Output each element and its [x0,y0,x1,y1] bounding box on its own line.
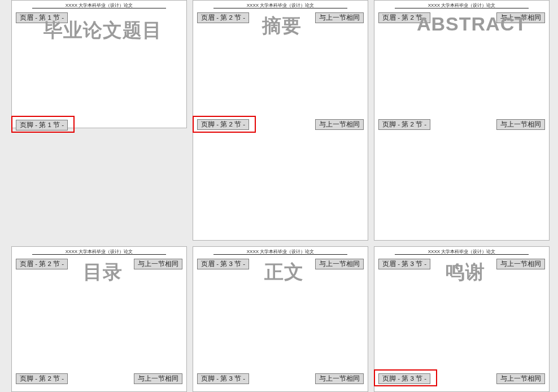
page-p3: XXXX 大学本科毕业（设计）论文页眉 - 第 2 节 -与上一节相同ABSTR… [374,0,550,241]
page-title: 正文 [264,259,304,285]
header-section-tag[interactable]: 页眉 - 第 2 节 - [197,12,249,23]
running-header-underline [213,254,347,255]
header-section-tag[interactable]: 页眉 - 第 3 节 - [197,259,249,269]
running-header-underline [395,254,529,255]
footer-same-as-prev-tag[interactable]: 与上一节相同 [315,119,364,130]
page-p1: XXXX 大学本科毕业（设计）论文页眉 - 第 1 节 -毕业论文题目页脚 - … [11,0,187,128]
footer-section-tag[interactable]: 页脚 - 第 3 节 - [197,373,249,384]
footer-section-tag[interactable]: 页脚 - 第 2 节 - [16,373,68,384]
footer-same-as-prev-tag[interactable]: 与上一节相同 [134,373,182,384]
footer-section-tag[interactable]: 页脚 - 第 2 节 - [378,119,430,130]
running-header-underline [213,8,347,8]
running-header-underline [395,8,529,8]
header-same-as-prev-tag[interactable]: 与上一节相同 [315,12,364,23]
page-title: 鸣谢 [446,259,485,285]
page-p6: XXXX 大学本科毕业（设计）论文页眉 - 第 3 节 -与上一节相同鸣谢页脚 … [374,246,550,392]
header-section-tag[interactable]: 页眉 - 第 3 节 - [378,259,430,269]
footer-section-tag[interactable]: 页脚 - 第 2 节 - [197,119,249,130]
header-section-tag[interactable]: 页眉 - 第 2 节 - [16,259,68,269]
header-same-as-prev-tag[interactable]: 与上一节相同 [496,259,545,269]
page-p5: XXXX 大学本科毕业（设计）论文页眉 - 第 3 节 -与上一节相同正文页脚 … [193,246,368,392]
page-title: 目录 [83,259,123,285]
header-same-as-prev-tag[interactable]: 与上一节相同 [134,259,182,269]
footer-same-as-prev-tag[interactable]: 与上一节相同 [315,373,364,384]
running-header-underline [32,254,166,255]
page-title: ABSTRACT [417,13,527,35]
page-p2: XXXX 大学本科毕业（设计）论文页眉 - 第 2 节 -与上一节相同摘要页脚 … [193,0,368,241]
header-same-as-prev-tag[interactable]: 与上一节相同 [315,259,364,269]
footer-same-as-prev-tag[interactable]: 与上一节相同 [496,119,545,130]
running-header-underline [32,8,166,8]
page-p4: XXXX 大学本科毕业（设计）论文页眉 - 第 2 节 -与上一节相同目录页脚 … [11,246,187,392]
page-title: 摘要 [262,13,302,39]
footer-section-tag[interactable]: 页脚 - 第 3 节 - [378,373,430,384]
footer-same-as-prev-tag[interactable]: 与上一节相同 [496,373,545,384]
page-title: 毕业论文题目 [43,18,162,43]
footer-section-tag[interactable]: 页脚 - 第 1 节 - [16,120,68,130]
